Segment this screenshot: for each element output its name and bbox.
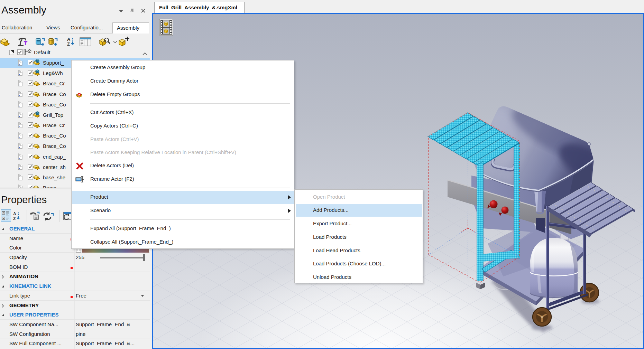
- svg-text:A: A: [67, 37, 71, 42]
- svg-text:Z: Z: [13, 216, 16, 221]
- svg-text:A: A: [13, 211, 16, 216]
- svg-text:Z: Z: [67, 41, 70, 47]
